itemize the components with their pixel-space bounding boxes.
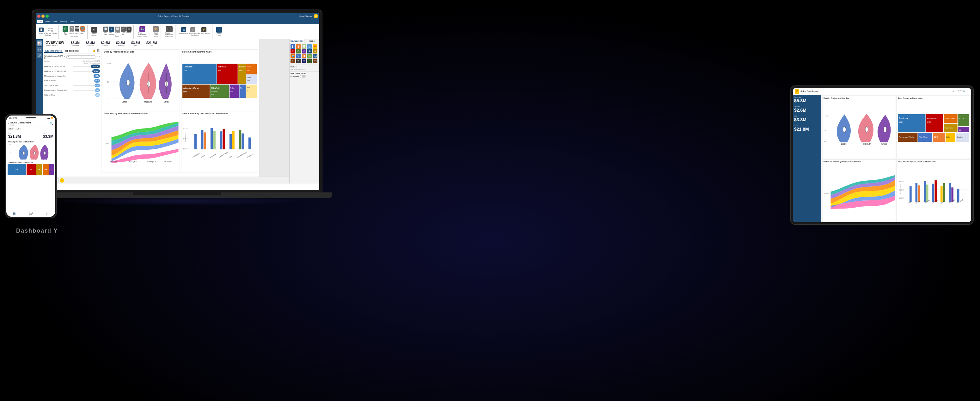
new-page-btn[interactable]: 📄 NewPage — [103, 27, 108, 35]
ki-like-icon[interactable]: 👍 — [92, 50, 95, 53]
tablet-treemap-title: Sales Amount by Brand Name — [898, 97, 969, 99]
refresh-btn[interactable]: ↻ Refresh — [91, 27, 97, 35]
svg-text:SalesAmount: SalesAmount — [184, 132, 186, 142]
external-data-btn[interactable]: 🌐 ExternalData — [80, 26, 85, 35]
phone-filter-uk[interactable]: UK — [15, 128, 21, 130]
panel-tabs: VISUALIZATIONS FIELDS — [290, 39, 319, 43]
svg-text:50: 50 — [107, 81, 110, 83]
viz-treemap[interactable]: ▦ — [307, 49, 312, 53]
phone-nav-star-icon[interactable]: ☆ — [46, 212, 49, 215]
tablet-fullscreen-icon[interactable]: ⛶ — [958, 90, 961, 93]
sidebar-report-icon[interactable]: 📊 — [37, 40, 42, 46]
viz-donut[interactable]: ◎ — [302, 49, 306, 53]
format-btn[interactable]: 🖌 Format Painter — [44, 32, 57, 34]
phone-kpi-uk-value: $3.3M — [43, 134, 53, 139]
menu-help[interactable]: Help — [70, 21, 74, 22]
viz-bar-chart[interactable]: ▌ — [291, 44, 295, 49]
buttons-btn[interactable]: ⬜ Buttons — [115, 27, 120, 35]
viz-filled-map[interactable]: 🌍 — [291, 54, 295, 58]
tablet-bar-title: Sales Amount by Year, Month and Brand Na… — [898, 161, 969, 163]
minimize-btn[interactable] — [41, 14, 45, 18]
tablet-device: ⬡ Sales Dashboard ✏ ↑ ⛶ 🔍 ⋯ Australia $5… — [790, 85, 974, 225]
viz-funnel[interactable]: ▽ — [296, 54, 301, 58]
ki-filter-input[interactable] — [67, 55, 95, 59]
viz-kpi[interactable]: Kpi — [313, 54, 317, 58]
svg-text:North-: North- — [247, 87, 251, 89]
svg-rect-130 — [940, 186, 943, 202]
ki-comment-icon[interactable]: 💬 — [97, 50, 100, 53]
viz-line-chart[interactable]: 📈 — [302, 44, 306, 49]
viz-r-script[interactable]: R — [307, 59, 312, 63]
viz-pie[interactable]: ◔ — [296, 49, 301, 53]
marketplace-btn[interactable]: 🏪 FromMarketplace — [138, 26, 146, 35]
tab-visualizations[interactable]: VISUALIZATIONS — [290, 39, 304, 43]
svg-text:$600K: $600K — [183, 128, 188, 129]
menu-file[interactable]: File — [37, 20, 43, 23]
menu-view[interactable]: View — [53, 21, 57, 22]
svg-rect-58 — [201, 130, 203, 149]
get-data-btn[interactable]: 🗄 GetData — [63, 26, 68, 35]
viz-matrix[interactable]: ⊟ — [302, 59, 306, 63]
tab-key-influencers[interactable]: Key influencers — [44, 50, 63, 53]
svg-text:100: 100 — [107, 62, 111, 65]
phone-nav-grid-icon[interactable]: ⊞ — [13, 212, 16, 215]
menu-bar: File Home View Modeling Help — [36, 19, 319, 24]
copy-btn[interactable]: ⧉ Copy — [44, 30, 57, 32]
tablet-stream-chart: Units Sold by Year, Quarter and Manufact… — [822, 160, 896, 222]
switch-theme-btn[interactable]: 🎨 SwitchTheme — [153, 26, 159, 35]
viz-python[interactable]: Py — [313, 59, 317, 63]
sidebar-model-icon[interactable]: 🔗 — [37, 53, 42, 58]
manage-rel-btn[interactable]: ⟷ ManageRelationships — [165, 26, 173, 35]
new-column-btn[interactable]: ≡ New Column — [189, 27, 197, 34]
viz-column-chart[interactable]: ▐ — [296, 44, 301, 49]
menu-modeling[interactable]: Modeling — [60, 21, 67, 22]
enter-data-btn[interactable]: ⌨ EnterData — [75, 26, 80, 35]
phone-filter-usa[interactable]: USA — [8, 128, 14, 130]
quick-measure-btn[interactable]: ⚡ New Quick Measure — [197, 27, 210, 34]
tab-fields[interactable]: FIELDS — [304, 39, 319, 43]
drillthrough-section: DRILLTHROUGH Cross-report — [290, 71, 319, 78]
phone-brand-label: Sales Amount by Brand Name — [6, 161, 55, 164]
viz-card[interactable]: 🃏 — [307, 54, 312, 58]
viz-table[interactable]: ⊞ — [296, 59, 301, 63]
svg-point-78 — [44, 151, 46, 155]
cross-report-toggle[interactable] — [300, 75, 306, 78]
viz-area-chart[interactable]: ⛰ — [307, 44, 312, 49]
menu-home[interactable]: Home — [46, 21, 51, 22]
viz-ribbon-chart[interactable]: 🎀 — [313, 44, 317, 49]
viz-gauge[interactable]: ◑ — [302, 54, 306, 58]
tablet-search-icon[interactable]: 🔍 — [962, 90, 966, 93]
viz-scatter[interactable]: ⊙ — [291, 49, 295, 53]
ribbon-group-clipboard: 📋 Paste ✂ Cut ⧉ Copy 🖌 Format Painter Cl… — [37, 25, 59, 38]
viz-slicer[interactable]: ≡ — [291, 59, 295, 63]
close-btn[interactable] — [37, 14, 40, 18]
cut-btn[interactable]: ✂ Cut — [44, 27, 57, 29]
tablet-edit-icon[interactable]: ✏ — [953, 90, 955, 93]
svg-rect-39 — [246, 74, 257, 84]
new-measure-btn[interactable]: fx New Measure — [179, 27, 188, 34]
page-tab-add[interactable]: + — [60, 178, 64, 183]
svg-text:Th.: Th. — [240, 87, 242, 89]
svg-rect-62 — [220, 131, 222, 149]
text-box-btn[interactable]: T TextBox — [121, 27, 126, 35]
shapes-btn[interactable]: ◇ Shapes — [126, 27, 132, 35]
viz-map[interactable]: 🗺 — [313, 49, 317, 53]
tablet-share-icon[interactable]: ↑ — [956, 90, 957, 93]
tablet-kpi-france: France $2.6M — [794, 106, 820, 113]
ki-chevron-icon[interactable]: ▾ — [96, 56, 98, 59]
tablet-more-icon[interactable]: ⋯ — [967, 90, 969, 93]
maximize-btn[interactable] — [46, 14, 49, 18]
phone-nav-chat-icon[interactable]: 💬 — [29, 212, 33, 215]
svg-text:$9M: $9M — [899, 121, 903, 123]
publish-btn[interactable]: ↑ Publish — [216, 27, 222, 35]
ki-help-icon[interactable]: ? — [99, 56, 100, 59]
recent-sources-btn[interactable]: ⏱ RecentSources — [69, 26, 74, 35]
phone-search-icon[interactable]: 🔍 — [49, 122, 53, 125]
svg-rect-63 — [223, 129, 225, 149]
paste-btn[interactable]: 📋 Paste — [39, 27, 44, 34]
sidebar-data-icon[interactable]: 🗃 — [37, 47, 42, 52]
svg-text:2014 Qtr 2: 2014 Qtr 2 — [128, 161, 137, 163]
stream-chart-box: Units Sold by Year, Quarter and Manufact… — [103, 111, 180, 173]
ask-question-btn[interactable]: Q Ask AQuestion — [109, 27, 115, 35]
tab-top-segments[interactable]: Top segments — [64, 50, 80, 53]
